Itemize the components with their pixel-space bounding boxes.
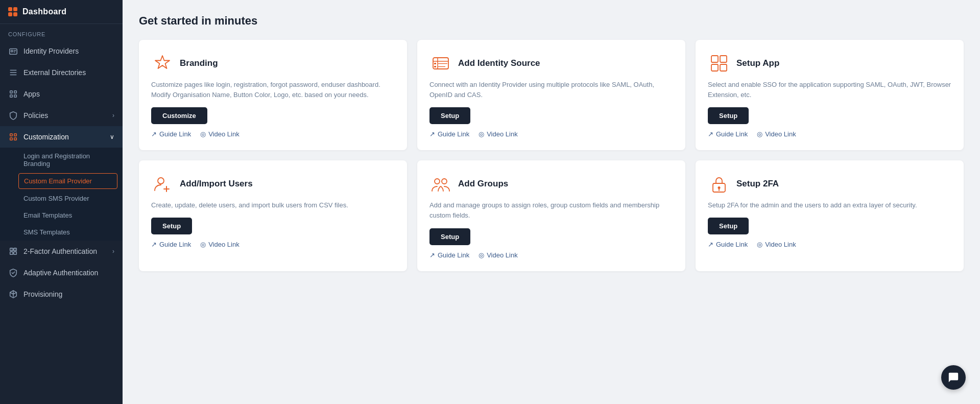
sidebar-item-label-policies: Policies	[23, 111, 107, 120]
card-add-users-guide-link[interactable]: ↗ Guide Link	[151, 241, 191, 248]
play-circle-icon: ◎	[200, 130, 206, 138]
card-branding: Branding Customize pages like login, reg…	[139, 40, 407, 150]
card-branding-video-link[interactable]: ◎ Video Link	[200, 130, 239, 138]
card-add-users: Add/Import Users Create, update, delete …	[139, 160, 407, 271]
external-link-icon: ↗	[151, 130, 157, 138]
card-branding-guide-link[interactable]: ↗ Guide Link	[151, 130, 191, 138]
sidebar-item-apps[interactable]: Apps	[0, 83, 123, 105]
chevron-right-icon: ›	[112, 112, 114, 119]
card-setup-2fa-btn[interactable]: Setup	[708, 218, 749, 234]
card-setup-app-desc: Select and enable SSO for the applicatio…	[708, 80, 951, 100]
card-branding-header: Branding	[151, 52, 395, 75]
sidebar-item-label-2fa: 2-Factor Authentication	[23, 247, 107, 255]
sidebar-item-label-external-directories: External Directories	[23, 68, 114, 77]
apps-grid-icon	[8, 89, 18, 99]
sidebar-item-label-identity-providers: Identity Providers	[23, 47, 114, 55]
user-add-icon	[151, 173, 174, 195]
sidebar: Dashboard Configure Identity Providers E…	[0, 0, 123, 404]
card-identity-source-video-link[interactable]: ◎ Video Link	[479, 130, 517, 138]
sidebar-item-label-customization: Customization	[23, 133, 105, 141]
card-add-groups-video-link[interactable]: ◎ Video Link	[479, 251, 517, 259]
card-add-groups: Add Groups Add and manage groups to assi…	[417, 160, 685, 271]
card-identity-source-desc: Connect with an Identity Provider using …	[429, 80, 673, 100]
svg-rect-24	[434, 63, 436, 64]
svg-rect-11	[10, 134, 13, 136]
card-identity-source-title: Add Identity Source	[458, 58, 540, 68]
sidebar-item-2fa[interactable]: 123 2-Factor Authentication ›	[0, 241, 123, 262]
card-setup-2fa-guide-link[interactable]: ↗ Guide Link	[708, 241, 748, 248]
svg-rect-13	[10, 138, 13, 140]
box-icon	[8, 289, 18, 299]
card-setup-app-links: ↗ Guide Link ◎ Video Link	[708, 130, 951, 138]
sidebar-item-adaptive-auth[interactable]: Adaptive Authentication	[0, 262, 123, 283]
sidebar-item-customization[interactable]: Customization ∨	[0, 126, 123, 148]
card-add-groups-header: Add Groups	[429, 173, 673, 195]
card-add-users-header: Add/Import Users	[151, 173, 395, 195]
subitem-custom-sms-provider[interactable]: Custom SMS Provider	[0, 190, 123, 207]
sidebar-header[interactable]: Dashboard	[0, 0, 123, 24]
card-identity-source-links: ↗ Guide Link ◎ Video Link	[429, 130, 673, 138]
lock-icon	[708, 173, 730, 195]
card-add-groups-btn[interactable]: Setup	[429, 228, 470, 245]
svg-rect-14	[14, 138, 17, 140]
sidebar-item-label-adaptive-auth: Adaptive Authentication	[23, 269, 114, 277]
main-content: Get started in minutes Branding Customiz…	[123, 0, 980, 404]
cards-grid: Branding Customize pages like login, reg…	[139, 40, 964, 271]
svg-rect-25	[434, 66, 436, 67]
card-identity-source-guide-link[interactable]: ↗ Guide Link	[429, 130, 469, 138]
card-add-users-title: Add/Import Users	[180, 179, 253, 189]
card-setup-app-video-link[interactable]: ◎ Video Link	[757, 130, 796, 138]
card-setup-2fa: Setup 2FA Setup 2FA for the admin and th…	[696, 160, 964, 271]
subitem-sms-templates[interactable]: SMS Templates	[0, 224, 123, 241]
play-circle-icon5: ◎	[479, 251, 484, 259]
svg-rect-19	[14, 252, 16, 254]
sidebar-item-policies[interactable]: Policies ›	[0, 105, 123, 126]
card-add-identity-source: Add Identity Source Connect with an Iden…	[417, 40, 685, 150]
card-add-users-btn[interactable]: Setup	[151, 218, 192, 234]
setup-app-icon	[708, 52, 730, 75]
card-branding-title: Branding	[180, 58, 218, 68]
svg-rect-31	[720, 64, 727, 71]
play-circle-icon2: ◎	[479, 130, 484, 138]
branding-icon	[151, 52, 174, 75]
svg-rect-28	[711, 56, 718, 62]
list-icon	[8, 67, 18, 78]
customization-icon	[8, 132, 18, 142]
card-setup-app-btn[interactable]: Setup	[708, 107, 749, 124]
card-setup-app-title: Setup App	[736, 58, 779, 68]
card-add-groups-desc: Add and manage groups to assign roles, g…	[429, 200, 673, 221]
identity-source-icon	[429, 52, 452, 75]
sidebar-item-external-directories[interactable]: External Directories	[0, 62, 123, 83]
card-setup-app-header: Setup App	[708, 52, 951, 75]
fab-chat-button[interactable]	[941, 365, 966, 390]
sidebar-item-provisioning[interactable]: Provisioning	[0, 283, 123, 305]
subitem-email-templates[interactable]: Email Templates	[0, 207, 123, 224]
card-setup-2fa-title: Setup 2FA	[736, 179, 779, 189]
sidebar-item-identity-providers[interactable]: Identity Providers	[0, 40, 123, 62]
subitem-login-registration-branding[interactable]: Login and Registration Branding	[0, 148, 123, 172]
card-add-groups-guide-link[interactable]: ↗ Guide Link	[429, 251, 469, 259]
page-title: Get started in minutes	[139, 14, 964, 28]
svg-rect-10	[14, 95, 17, 98]
card-setup-2fa-video-link[interactable]: ◎ Video Link	[757, 241, 796, 248]
card-identity-source-btn[interactable]: Setup	[429, 107, 470, 124]
customization-submenu: Login and Registration Branding Custom E…	[0, 148, 123, 241]
chevron-down-icon: ∨	[110, 133, 114, 140]
svg-rect-7	[10, 91, 13, 93]
sidebar-item-label-provisioning: Provisioning	[23, 290, 114, 298]
svg-point-35	[435, 179, 440, 184]
card-add-groups-links: ↗ Guide Link ◎ Video Link	[429, 251, 673, 259]
card-setup-app: Setup App Select and enable SSO for the …	[696, 40, 964, 150]
svg-rect-9	[10, 95, 13, 98]
subitem-custom-email-provider[interactable]: Custom Email Provider	[18, 173, 117, 189]
svg-rect-18	[10, 252, 13, 254]
card-setup-2fa-header: Setup 2FA	[708, 173, 951, 195]
group-icon	[429, 173, 452, 195]
card-branding-desc: Customize pages like login, registration…	[151, 80, 395, 100]
play-circle-icon6: ◎	[757, 241, 762, 248]
card-add-users-video-link[interactable]: ◎ Video Link	[200, 241, 239, 248]
svg-rect-30	[711, 64, 718, 71]
external-link-icon4: ↗	[151, 241, 157, 248]
card-branding-btn[interactable]: Customize	[151, 107, 207, 124]
card-setup-app-guide-link[interactable]: ↗ Guide Link	[708, 130, 748, 138]
